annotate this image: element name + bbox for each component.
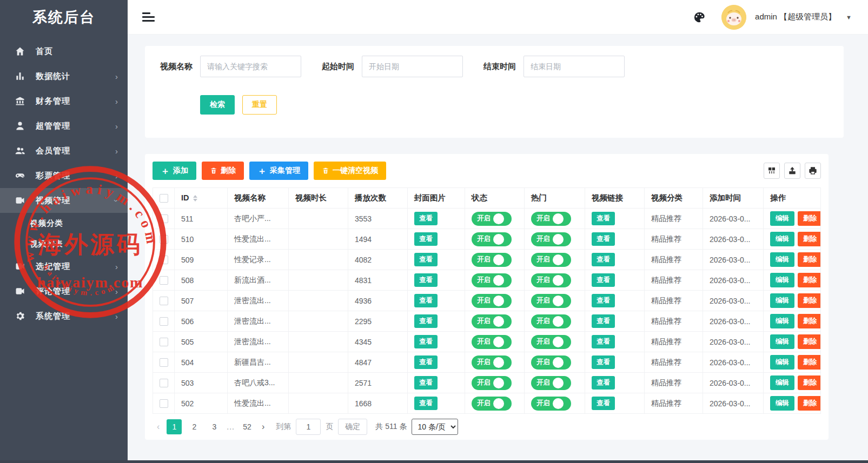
video-name-input[interactable]: [200, 56, 301, 77]
row-delete-button[interactable]: 删除: [798, 232, 821, 246]
row-checkbox[interactable]: [160, 379, 168, 387]
cover-view-button[interactable]: 查看: [414, 314, 438, 328]
link-view-button[interactable]: 查看: [592, 335, 615, 348]
cover-view-button[interactable]: 查看: [414, 232, 438, 246]
row-checkbox[interactable]: [160, 276, 168, 285]
status-toggle[interactable]: 开启: [472, 376, 512, 390]
edit-button[interactable]: 编辑: [770, 355, 794, 370]
next-page-icon[interactable]: ›: [260, 422, 267, 432]
cover-view-button[interactable]: 查看: [414, 212, 438, 225]
admin-username[interactable]: admin 【超级管理员】: [755, 12, 836, 22]
sidebar-item-7-选妃管理[interactable]: 选妃管理 ›: [0, 254, 128, 279]
goto-page-input[interactable]: [296, 419, 321, 435]
hot-toggle[interactable]: 开启: [531, 273, 571, 287]
end-date-input[interactable]: [524, 56, 625, 77]
row-delete-button[interactable]: 删除: [798, 396, 821, 411]
row-delete-button[interactable]: 删除: [798, 273, 821, 287]
cover-view-button[interactable]: 查看: [414, 294, 438, 307]
cover-view-button[interactable]: 查看: [414, 253, 438, 266]
edit-button[interactable]: 编辑: [770, 232, 794, 246]
page-button-52[interactable]: 52: [240, 419, 255, 434]
columns-filter-button[interactable]: [764, 163, 780, 179]
link-view-button[interactable]: 查看: [592, 397, 615, 410]
add-button[interactable]: ＋添加: [153, 162, 196, 180]
sidebar-item-0-首页[interactable]: 首页 ›: [0, 39, 128, 64]
page-button-3[interactable]: 3: [207, 419, 222, 434]
select-all-checkbox[interactable]: [160, 194, 168, 203]
row-delete-button[interactable]: 删除: [798, 355, 821, 370]
row-checkbox[interactable]: [160, 214, 168, 223]
edit-button[interactable]: 编辑: [770, 293, 794, 308]
status-toggle[interactable]: 开启: [472, 212, 512, 226]
row-delete-button[interactable]: 删除: [798, 252, 821, 267]
sidebar-item-8-评论管理[interactable]: 评论管理 ›: [0, 279, 128, 304]
print-button[interactable]: [805, 163, 821, 179]
link-view-button[interactable]: 查看: [592, 355, 615, 369]
status-toggle[interactable]: 开启: [472, 253, 512, 267]
row-checkbox[interactable]: [160, 256, 168, 264]
export-button[interactable]: [784, 163, 800, 179]
edit-button[interactable]: 编辑: [770, 252, 794, 267]
link-view-button[interactable]: 查看: [592, 376, 615, 390]
theme-palette-icon[interactable]: [693, 11, 705, 23]
cover-view-button[interactable]: 查看: [414, 397, 438, 410]
row-delete-button[interactable]: 删除: [798, 314, 821, 328]
sidebar-item-9-系统管理[interactable]: 系统管理 ›: [0, 304, 128, 328]
hot-toggle[interactable]: 开启: [531, 314, 571, 328]
collect-manage-button[interactable]: ＋采集管理: [249, 162, 308, 180]
user-dropdown-caret-icon[interactable]: ▼: [846, 14, 852, 21]
link-view-button[interactable]: 查看: [592, 294, 615, 307]
cover-view-button[interactable]: 查看: [414, 376, 438, 390]
sidebar-item-4-会员管理[interactable]: 会员管理 ›: [0, 138, 128, 163]
hot-toggle[interactable]: 开启: [531, 376, 571, 390]
clear-all-videos-button[interactable]: 一键清空视频: [314, 162, 386, 180]
sidebar-item-2-财务管理[interactable]: 财务管理 ›: [0, 89, 128, 113]
row-checkbox[interactable]: [160, 358, 168, 367]
start-date-input[interactable]: [362, 56, 463, 77]
status-toggle[interactable]: 开启: [472, 314, 512, 328]
reset-button[interactable]: 重置: [242, 95, 277, 115]
status-toggle[interactable]: 开启: [472, 335, 512, 349]
row-delete-button[interactable]: 删除: [798, 211, 821, 226]
status-toggle[interactable]: 开启: [472, 273, 512, 287]
link-view-button[interactable]: 查看: [592, 232, 615, 246]
hot-toggle[interactable]: 开启: [531, 294, 571, 308]
cover-view-button[interactable]: 查看: [414, 273, 438, 287]
search-button[interactable]: 检索: [200, 95, 235, 115]
sort-icon[interactable]: [193, 193, 197, 204]
edit-button[interactable]: 编辑: [770, 334, 794, 349]
link-view-button[interactable]: 查看: [592, 273, 615, 287]
goto-confirm-button[interactable]: 确定: [338, 419, 367, 435]
status-toggle[interactable]: 开启: [472, 397, 512, 411]
cover-view-button[interactable]: 查看: [414, 355, 438, 369]
sidebar-item-6-视频管理[interactable]: 视频管理 ›: [0, 188, 128, 213]
page-button-2[interactable]: 2: [187, 419, 202, 434]
column-header-ID[interactable]: ID: [175, 188, 228, 209]
sidebar-subitem-视频列表[interactable]: 视频列表: [0, 233, 128, 254]
status-toggle[interactable]: 开启: [472, 355, 512, 370]
page-button-1[interactable]: 1: [167, 419, 182, 434]
menu-toggle-icon[interactable]: [142, 10, 155, 24]
prev-page-icon[interactable]: ‹: [155, 422, 162, 432]
sidebar-item-1-数据统计[interactable]: 数据统计 ›: [0, 64, 128, 89]
sidebar-item-3-超管管理[interactable]: 超管管理 ›: [0, 113, 128, 138]
hot-toggle[interactable]: 开启: [531, 253, 571, 267]
row-delete-button[interactable]: 删除: [798, 293, 821, 308]
row-checkbox[interactable]: [160, 297, 168, 305]
per-page-select[interactable]: 10 条/页: [412, 419, 458, 435]
edit-button[interactable]: 编辑: [770, 396, 794, 411]
edit-button[interactable]: 编辑: [770, 273, 794, 287]
row-checkbox[interactable]: [160, 317, 168, 326]
row-checkbox[interactable]: [160, 338, 168, 346]
link-view-button[interactable]: 查看: [592, 253, 615, 266]
edit-button[interactable]: 编辑: [770, 211, 794, 226]
link-view-button[interactable]: 查看: [592, 314, 615, 328]
status-toggle[interactable]: 开启: [472, 294, 512, 308]
status-toggle[interactable]: 开启: [472, 232, 512, 246]
row-delete-button[interactable]: 删除: [798, 334, 821, 349]
hot-toggle[interactable]: 开启: [531, 335, 571, 349]
row-checkbox[interactable]: [160, 399, 168, 408]
sidebar-item-5-彩票管理[interactable]: 彩票管理 ›: [0, 163, 128, 188]
delete-button[interactable]: 删除: [202, 162, 244, 180]
hot-toggle[interactable]: 开启: [531, 212, 571, 226]
